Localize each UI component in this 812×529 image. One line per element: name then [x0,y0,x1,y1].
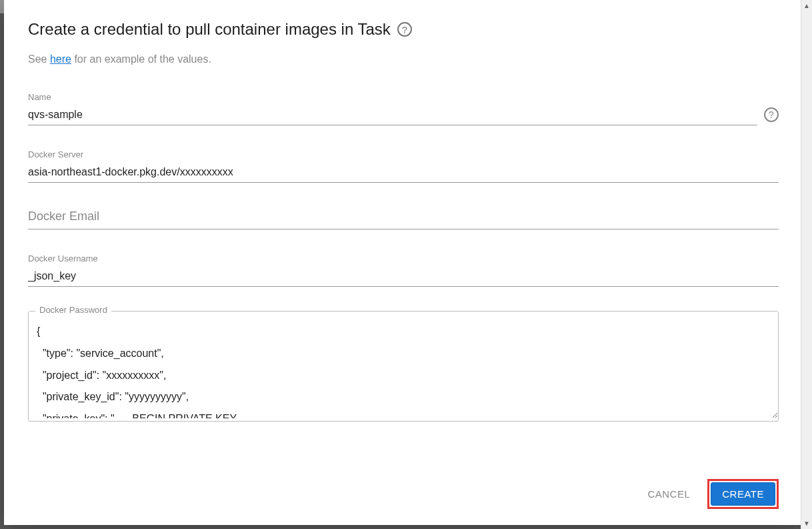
create-credential-modal: Create a credential to pull container im… [4,0,803,525]
docker-username-input[interactable] [28,268,779,287]
name-field: Name ? [28,92,779,125]
help-icon[interactable]: ? [397,22,412,37]
docker-server-field: Docker Server [28,149,779,183]
modal-actions: CANCEL CREATE [4,467,803,525]
create-button-highlight: CREATE [707,479,779,509]
docker-password-input[interactable] [29,312,778,418]
scroll-up-arrow-icon[interactable]: ▲ [801,0,812,11]
docker-username-label: Docker Username [28,253,779,263]
name-label: Name [28,92,779,102]
docker-email-input[interactable] [28,207,779,229]
docker-server-label: Docker Server [28,149,779,159]
create-button[interactable]: CREATE [711,482,775,506]
docker-password-label: Docker Password [35,305,111,315]
modal-body: Create a credential to pull container im… [4,0,803,467]
modal-subtitle: See here for an example of the values. [28,53,779,65]
name-input[interactable] [28,106,757,125]
subtitle-prefix: See [28,53,50,65]
subtitle-suffix: for an example of the values. [71,53,211,65]
page-scrollbar[interactable]: ▲ ▼ [801,0,812,529]
docker-email-field [28,207,779,229]
scroll-down-arrow-icon[interactable]: ▼ [801,518,812,529]
docker-username-field: Docker Username [28,253,779,287]
docker-server-input[interactable] [28,163,779,183]
help-icon[interactable]: ? [764,107,779,122]
example-link[interactable]: here [50,53,71,65]
modal-title-text: Create a credential to pull container im… [28,20,391,39]
modal-title: Create a credential to pull container im… [28,20,779,39]
cancel-button[interactable]: CANCEL [641,483,697,505]
docker-password-field: Docker Password [28,311,779,422]
